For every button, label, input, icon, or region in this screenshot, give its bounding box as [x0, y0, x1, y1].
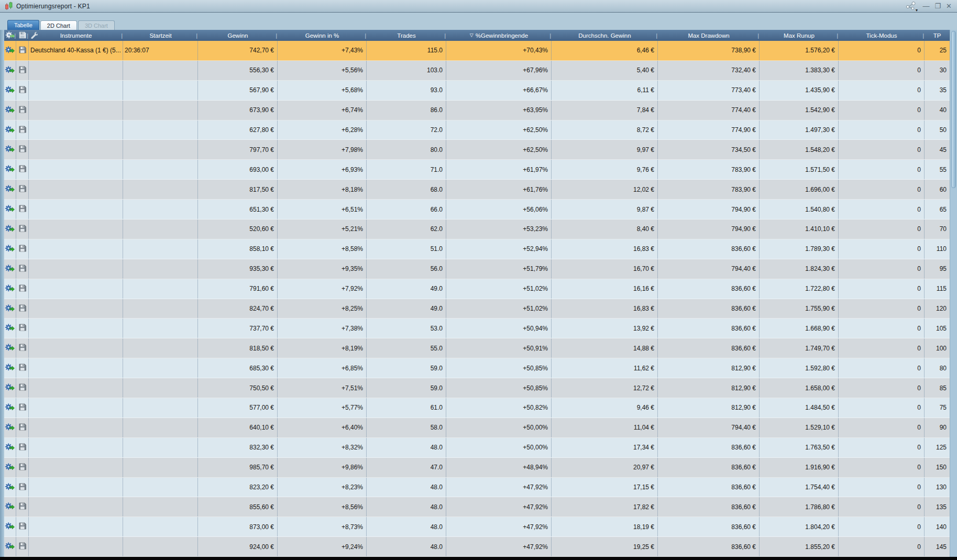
tab-3d-chart[interactable]: 3D Chart: [78, 20, 115, 30]
table-row[interactable]: 651,30 €+6,51%66.0+56,06%9,87 €794,90 €1…: [4, 200, 950, 219]
row-save-button[interactable]: [16, 239, 29, 259]
tab-tabelle[interactable]: Tabelle: [7, 20, 39, 30]
table-row[interactable]: 791,60 €+7,92%49.0+51,02%16,16 €836,60 €…: [4, 279, 950, 299]
row-run-button[interactable]: [4, 200, 16, 219]
row-run-button[interactable]: [4, 338, 16, 358]
row-run-button[interactable]: [4, 537, 16, 556]
row-run-button[interactable]: [4, 398, 16, 418]
row-save-button[interactable]: [16, 497, 29, 517]
vertical-scrollbar[interactable]: [950, 30, 957, 557]
row-run-button[interactable]: [4, 279, 16, 299]
row-save-button[interactable]: [16, 259, 29, 279]
row-save-button[interactable]: [16, 61, 29, 80]
minimize-button[interactable]: —: [922, 3, 929, 9]
tab-2d-chart[interactable]: 2D Chart: [40, 20, 77, 30]
column-header-trades[interactable]: Trades|: [367, 30, 446, 41]
row-run-button[interactable]: [4, 458, 16, 477]
row-save-button[interactable]: [16, 319, 29, 338]
row-run-button[interactable]: [4, 101, 16, 120]
row-save-button[interactable]: [16, 101, 29, 120]
scrollbar-thumb[interactable]: [951, 31, 956, 188]
row-run-button[interactable]: [4, 418, 16, 437]
row-run-button[interactable]: [4, 41, 16, 60]
table-row[interactable]: 858,10 €+8,58%51.0+52,94%16,83 €836,60 €…: [4, 239, 950, 259]
row-save-button[interactable]: [16, 358, 29, 378]
table-row[interactable]: 824,70 €+8,25%49.0+51,02%16,83 €836,60 €…: [4, 299, 950, 319]
table-row[interactable]: 737,70 €+7,38%53.0+50,94%13,92 €836,60 €…: [4, 319, 950, 338]
table-row[interactable]: 797,70 €+7,98%80.0+62,50%9,97 €734,50 €1…: [4, 140, 950, 160]
share-link-button[interactable]: ▼: [905, 2, 917, 11]
table-row[interactable]: 817,50 €+8,18%68.0+61,76%12,02 €783,90 €…: [4, 180, 950, 200]
column-header-gewinnbringende_pct[interactable]: ▽%Gewinnbringende|: [446, 30, 552, 41]
table-row[interactable]: 627,80 €+6,28%72.0+62,50%8,72 €774,90 €1…: [4, 120, 950, 140]
row-run-button[interactable]: [4, 478, 16, 497]
row-save-button[interactable]: [16, 200, 29, 219]
column-header-instrument[interactable]: Instrumente|: [29, 30, 123, 41]
title-bar[interactable]: Optimierungsreport - KP1 ▼ — ❐ ✕: [0, 0, 957, 13]
row-run-button[interactable]: [4, 61, 16, 80]
row-run-button[interactable]: [4, 239, 16, 259]
row-save-button[interactable]: [16, 140, 29, 159]
row-run-button[interactable]: [4, 497, 16, 517]
row-run-button[interactable]: [4, 259, 16, 279]
column-header-durchschn_gewinn[interactable]: Durchschn. Gewinn|: [552, 30, 658, 41]
row-save-button[interactable]: [16, 537, 29, 556]
row-save-button[interactable]: [16, 418, 29, 437]
gear-run-button[interactable]: |: [4, 30, 16, 41]
table-row[interactable]: 818,50 €+8,19%55.0+50,91%14,88 €836,60 €…: [4, 338, 950, 358]
table-row[interactable]: Deutschland 40-Kassa (1 €) (5...20:36:07…: [4, 41, 950, 61]
row-run-button[interactable]: [4, 81, 16, 100]
column-header-max_runup[interactable]: Max Runup|: [760, 30, 839, 41]
table-row[interactable]: 556,30 €+5,56%103.0+67,96%5,40 €732,40 €…: [4, 61, 950, 81]
table-row[interactable]: 685,30 €+6,85%59.0+50,85%11,62 €812,90 €…: [4, 358, 950, 378]
table-row[interactable]: 520,60 €+5,21%62.0+53,23%8,40 €794,90 €1…: [4, 219, 950, 239]
table-row[interactable]: 924,00 €+9,24%48.0+47,92%19,25 €836,60 €…: [4, 537, 950, 557]
table-row[interactable]: 693,00 €+6,93%71.0+61,97%9,76 €783,90 €1…: [4, 160, 950, 180]
row-run-button[interactable]: [4, 160, 16, 179]
column-header-startzeit[interactable]: Startzeit|: [123, 30, 198, 41]
column-header-tp[interactable]: TP: [925, 30, 950, 41]
row-run-button[interactable]: [4, 358, 16, 378]
row-save-button[interactable]: [16, 219, 29, 239]
row-save-button[interactable]: [16, 299, 29, 319]
row-save-button[interactable]: [16, 458, 29, 477]
row-save-button[interactable]: [16, 279, 29, 299]
column-header-gewinn_in_pct[interactable]: Gewinn in %|: [278, 30, 367, 41]
row-save-button[interactable]: [16, 438, 29, 457]
table-row[interactable]: 567,90 €+5,68%93.0+66,67%6,11 €773,40 €1…: [4, 81, 950, 101]
row-run-button[interactable]: [4, 319, 16, 338]
table-row[interactable]: 750,50 €+7,51%59.0+50,85%12,72 €812,90 €…: [4, 378, 950, 398]
row-run-button[interactable]: [4, 140, 16, 159]
row-save-button[interactable]: [16, 398, 29, 418]
row-run-button[interactable]: [4, 438, 16, 457]
row-save-button[interactable]: [16, 478, 29, 497]
table-row[interactable]: 855,60 €+8,56%48.0+47,92%17,82 €836,60 €…: [4, 497, 950, 517]
column-header-tick_modus[interactable]: Tick-Modus|: [839, 30, 925, 41]
table-row[interactable]: 673,90 €+6,74%86.0+63,95%7,84 €774,40 €1…: [4, 101, 950, 120]
row-save-button[interactable]: [16, 81, 29, 100]
row-save-button[interactable]: [16, 160, 29, 179]
row-run-button[interactable]: [4, 120, 16, 140]
row-run-button[interactable]: [4, 180, 16, 199]
row-save-button[interactable]: [16, 338, 29, 358]
save-button[interactable]: |: [16, 30, 29, 41]
column-header-max_drawdown[interactable]: Max Drawdown|: [658, 30, 760, 41]
table-row[interactable]: 985,70 €+9,86%47.0+48,94%20,97 €836,60 €…: [4, 458, 950, 478]
maximize-button[interactable]: ❐: [934, 3, 941, 9]
row-save-button[interactable]: [16, 517, 29, 536]
table-row[interactable]: 640,10 €+6,40%58.0+50,00%11,04 €794,40 €…: [4, 418, 950, 438]
row-save-button[interactable]: [16, 180, 29, 199]
table-row[interactable]: 873,00 €+8,73%48.0+47,92%18,19 €836,60 €…: [4, 517, 950, 537]
row-save-button[interactable]: [16, 378, 29, 398]
table-row[interactable]: 935,30 €+9,35%56.0+51,79%16,70 €794,40 €…: [4, 259, 950, 279]
row-save-button[interactable]: [16, 41, 29, 60]
row-run-button[interactable]: [4, 517, 16, 536]
close-button[interactable]: ✕: [946, 3, 952, 9]
column-header-gewinn[interactable]: Gewinn|: [198, 30, 278, 41]
table-row[interactable]: 577,00 €+5,77%61.0+50,82%9,46 €812,90 €1…: [4, 398, 950, 418]
row-run-button[interactable]: [4, 378, 16, 398]
table-row[interactable]: 832,30 €+8,32%48.0+50,00%17,34 €836,60 €…: [4, 438, 950, 458]
row-run-button[interactable]: [4, 219, 16, 239]
table-row[interactable]: 823,20 €+8,23%48.0+47,92%17,15 €836,60 €…: [4, 478, 950, 498]
row-save-button[interactable]: [16, 120, 29, 140]
